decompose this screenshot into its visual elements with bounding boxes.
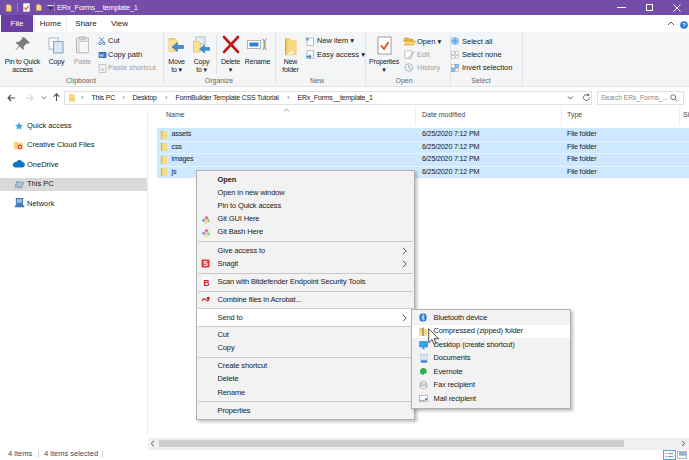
svg-text:B: B	[203, 277, 210, 287]
svg-text:S: S	[203, 260, 208, 267]
svg-text:?: ?	[682, 21, 686, 28]
